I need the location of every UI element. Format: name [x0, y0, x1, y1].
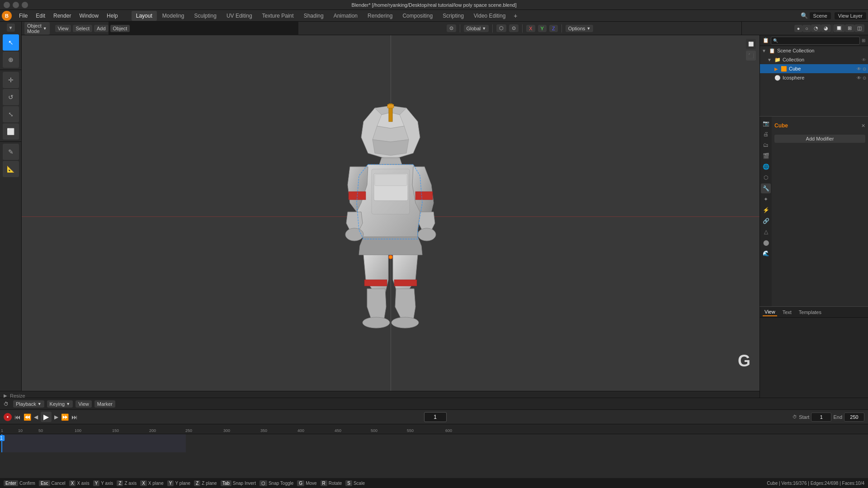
cube-visibility-icon[interactable]: 👁: [857, 66, 861, 71]
properties-close-icon[interactable]: ✕: [861, 123, 865, 129]
workspace-video-editing[interactable]: Video Editing: [469, 11, 510, 21]
prev-keyframe-button[interactable]: ◀: [34, 414, 38, 420]
z-key[interactable]: Z: [117, 480, 123, 486]
step-back-button[interactable]: ⏪: [24, 413, 31, 421]
end-frame-field[interactable]: 250: [844, 413, 864, 422]
outliner-cube[interactable]: ▶ 🟧 Cube 👁 ⊙: [760, 64, 868, 73]
y-axis-button[interactable]: Y: [538, 25, 547, 32]
ico-select-icon[interactable]: ⊙: [863, 75, 866, 80]
prop-tab-modifier[interactable]: 🔧: [761, 183, 771, 193]
snap-button[interactable]: ⬡: [496, 24, 506, 32]
select-tool[interactable]: ↖: [3, 34, 19, 51]
next-keyframe-button[interactable]: ▶: [54, 414, 58, 420]
cube-select-icon[interactable]: ⊙: [863, 66, 866, 71]
r-key-status[interactable]: R: [321, 480, 327, 486]
prop-tab-shaderfx[interactable]: 🌊: [761, 249, 771, 258]
maximize-button[interactable]: [22, 2, 28, 8]
s-key-status[interactable]: S: [345, 480, 352, 486]
viewport-shading-wire[interactable]: ○: [802, 25, 811, 32]
view-layer-selector[interactable]: View Layer: [835, 12, 866, 19]
prop-tab-constraints[interactable]: 🔗: [761, 216, 771, 226]
z-plane-key[interactable]: Z: [194, 480, 200, 486]
move-tool[interactable]: ✛: [3, 72, 19, 88]
ico-visibility-icon[interactable]: 👁: [857, 75, 861, 80]
viewport-overlay[interactable]: ⊞: [845, 24, 854, 32]
record-button[interactable]: ●: [4, 413, 12, 421]
marker-menu[interactable]: Marker: [94, 400, 115, 408]
x-key[interactable]: X: [69, 480, 76, 486]
prop-tab-world[interactable]: 🌐: [761, 162, 771, 172]
workspace-uv-editing[interactable]: UV Editing: [222, 11, 257, 21]
outliner-search[interactable]: 🔍: [771, 37, 860, 45]
outliner-scene-collection[interactable]: ▼ 📋 Scene Collection: [760, 46, 868, 55]
workspace-sculpting[interactable]: Sculpting: [190, 11, 221, 21]
snap-invert-key[interactable]: Tab: [221, 480, 231, 486]
right-bottom-text-tab[interactable]: Text: [781, 309, 793, 316]
prop-tab-render[interactable]: 📷: [761, 118, 771, 128]
scale-tool[interactable]: ⤡: [3, 106, 19, 122]
viewport-shading-render[interactable]: ◕: [821, 24, 831, 32]
viewport-add-menu[interactable]: Add: [94, 25, 108, 32]
playback-menu[interactable]: Playback ▼: [13, 400, 44, 408]
outliner-icosphere[interactable]: ⚪ Icosphere 👁 ⊙: [760, 73, 868, 82]
overlay-btn-2[interactable]: ⬛: [746, 51, 756, 61]
x-plane-key[interactable]: X: [140, 480, 147, 486]
prop-tab-physics[interactable]: ⚡: [761, 205, 771, 215]
jump-end-button[interactable]: ⏭: [71, 413, 78, 421]
transform-origin[interactable]: ⊙: [447, 24, 456, 32]
global-transform-selector[interactable]: Global ▼: [464, 25, 489, 32]
viewport-xray[interactable]: ◫: [854, 24, 864, 32]
options-button[interactable]: Options ▼: [566, 25, 594, 32]
scene-selector[interactable]: Scene: [810, 12, 831, 19]
prop-tab-output[interactable]: 🖨: [761, 129, 771, 139]
menu-edit[interactable]: Edit: [32, 12, 49, 20]
snap-toggle-key[interactable]: ⬡: [259, 480, 267, 486]
proportional-edit[interactable]: ⊙: [509, 24, 519, 32]
right-bottom-view-tab[interactable]: View: [763, 308, 777, 316]
z-axis-button[interactable]: Z: [549, 25, 558, 32]
esc-key[interactable]: Esc: [39, 480, 50, 486]
x-axis-button[interactable]: X: [526, 25, 535, 32]
measure-tool[interactable]: 📐: [3, 161, 19, 177]
minimize-button[interactable]: [13, 2, 19, 8]
viewport-view-menu[interactable]: View: [55, 25, 71, 32]
timeline-track[interactable]: 1: [0, 434, 868, 452]
rotate-tool[interactable]: ↺: [3, 89, 19, 105]
workspace-animation[interactable]: Animation: [329, 11, 362, 21]
overlay-btn-1[interactable]: ⬜: [746, 39, 756, 49]
close-button[interactable]: [4, 2, 10, 8]
y-plane-key[interactable]: Y: [167, 480, 174, 486]
right-bottom-templates-tab[interactable]: Templates: [797, 309, 823, 316]
workspace-layout[interactable]: Layout: [132, 11, 157, 21]
transform-tool[interactable]: ⬜: [3, 123, 19, 140]
start-frame-field[interactable]: 1: [811, 413, 831, 422]
object-mode-selector[interactable]: Object Mode▼: [24, 22, 50, 35]
g-key-status[interactable]: G: [297, 480, 304, 486]
enter-key[interactable]: Enter: [4, 480, 18, 486]
prop-tab-object-data[interactable]: △: [761, 227, 771, 237]
step-forward-button[interactable]: ⏩: [61, 413, 69, 421]
viewport-select-menu[interactable]: Select: [73, 25, 92, 32]
prop-tab-material[interactable]: ⬤: [761, 238, 771, 248]
view-menu[interactable]: View: [75, 400, 92, 408]
menu-window[interactable]: Window: [75, 12, 102, 20]
jump-start-button[interactable]: ⏮: [14, 413, 21, 421]
prop-tab-particles[interactable]: ✦: [761, 194, 771, 204]
viewport-3d[interactable]: G ⬜ ⬛: [22, 35, 760, 398]
workspace-scripting[interactable]: Scripting: [438, 11, 468, 21]
outliner-filter-icon[interactable]: ⊞: [862, 38, 865, 43]
prop-tab-object[interactable]: ⬡: [761, 173, 771, 183]
cursor-tool[interactable]: ⊕: [3, 52, 19, 68]
workspace-texture-paint[interactable]: Texture Paint: [258, 11, 298, 21]
workspace-rendering[interactable]: Rendering: [363, 11, 397, 21]
outliner-collection[interactable]: ▼ 📁 Collection 👁: [760, 55, 868, 64]
menu-file[interactable]: File: [15, 12, 31, 20]
timeline-ruler[interactable]: 1 10 50 100 150 200 250 300 350 400 450 …: [0, 424, 868, 434]
workspace-modeling[interactable]: Modeling: [158, 11, 189, 21]
current-frame-field[interactable]: 1: [424, 412, 447, 422]
menu-help[interactable]: Help: [103, 12, 122, 20]
keying-menu[interactable]: Keying ▼: [47, 400, 73, 408]
prop-tab-scene[interactable]: 🎬: [761, 151, 771, 161]
play-button[interactable]: ▶: [41, 412, 52, 422]
workspace-shading[interactable]: Shading: [299, 11, 328, 21]
